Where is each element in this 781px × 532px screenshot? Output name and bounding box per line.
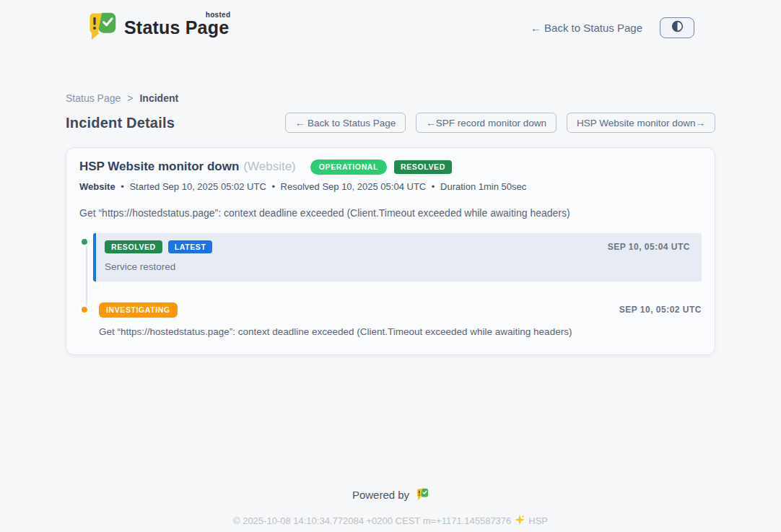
header: Status Page hosted ← Back to Status Page [0,0,781,45]
title-row: Incident Details ← Back to Status Page ←… [66,113,715,133]
breadcrumb: Status Page > Incident [66,92,715,104]
timeline-badges: INVESTIGATING [99,302,178,318]
half-circle-theme-icon [671,19,684,35]
breadcrumb-status-page[interactable]: Status Page [66,92,121,104]
copyright-text: © 2025-10-08 14:10:34.772084 +0200 CEST … [233,515,511,526]
timeline-entry-investigating: INVESTIGATING SEP 10, 05:02 UTC Get “htt… [79,301,702,337]
incident-card-header: HSP Website monitor down (Website) OPERA… [79,160,702,175]
main-content: Status Page > Incident Incident Details … [66,45,715,355]
timeline-entry-body: RESOLVED LATEST SEP 10, 05:04 UTC Servic… [93,233,702,282]
meta-separator: • [121,181,124,192]
status-page-mini-logo-icon[interactable] [416,488,429,502]
timeline-message: Service restored [105,261,690,272]
incident-component: (Website) [243,160,295,174]
prev-incident-button[interactable]: ←SPF record monitor down [416,113,557,133]
resolved-badge: RESOLVED [394,160,452,174]
incident-meta: Website • Started Sep 10, 2025 05:02 UTC… [79,181,702,192]
orange-status-dot [79,305,90,315]
timeline-timestamp: SEP 10, 05:02 UTC [619,305,702,315]
timeline-entry-resolved: RESOLVED LATEST SEP 10, 05:04 UTC Servic… [79,233,702,282]
incident-card: HSP Website monitor down (Website) OPERA… [66,147,715,355]
operational-badge: OPERATIONAL [310,160,387,175]
page-title: Incident Details [66,115,175,131]
theme-toggle-button[interactable] [660,17,694,38]
next-incident-button[interactable]: HSP Website monitor down→ [567,113,715,133]
incident-description: Get “https://hostedstatus.page”: context… [79,207,702,219]
latest-badge: LATEST [168,240,213,254]
powered-by: Powered by [352,488,429,502]
resolved-badge: RESOLVED [105,240,162,254]
meta-duration: Duration 1min 50sec [440,181,526,192]
meta-component: Website [79,181,115,192]
incident-timeline: RESOLVED LATEST SEP 10, 05:04 UTC Servic… [79,233,702,337]
footer: Powered by © 2025-10-08 14:10:34.772084 … [0,488,781,527]
meta-started: Started Sep 10, 2025 05:02 UTC [129,181,266,192]
back-to-status-page-button[interactable]: ← Back to Status Page [285,113,406,133]
timeline-entry-header: INVESTIGATING SEP 10, 05:02 UTC [99,302,702,318]
timeline-badges: RESOLVED LATEST [105,240,212,254]
breadcrumb-incident: Incident [139,92,178,104]
timeline-message: Get “https://hostedstatus.page”: context… [99,326,702,337]
timeline-timestamp: SEP 10, 05:04 UTC [608,242,690,252]
timeline-entry-header: RESOLVED LATEST SEP 10, 05:04 UTC [105,240,690,254]
powered-by-label: Powered by [352,489,409,501]
incident-title: HSP Website monitor down [79,160,239,174]
sparkle-icon [515,515,525,527]
investigating-badge: INVESTIGATING [99,302,178,318]
meta-resolved: Resolved Sep 10, 2025 05:04 UTC [281,181,427,192]
green-status-dot [79,237,90,247]
copyright-suffix: HSP [528,515,548,526]
header-actions: ← Back to Status Page [531,17,694,38]
status-page-logo-icon [87,11,117,44]
breadcrumb-separator: > [127,92,133,104]
status-page-logo[interactable]: Status Page hosted [87,11,229,44]
brand-name: Status Page hosted [124,17,229,38]
meta-separator: • [271,181,275,192]
incident-nav-buttons: ← Back to Status Page ←SPF record monito… [285,113,715,133]
brand-tag: hosted [206,11,231,19]
timeline-entry-body: INVESTIGATING SEP 10, 05:02 UTC Get “htt… [99,301,702,337]
copyright: © 2025-10-08 14:10:34.772084 +0200 CEST … [0,515,781,527]
meta-separator: • [432,181,435,192]
header-back-link[interactable]: ← Back to Status Page [531,22,642,34]
